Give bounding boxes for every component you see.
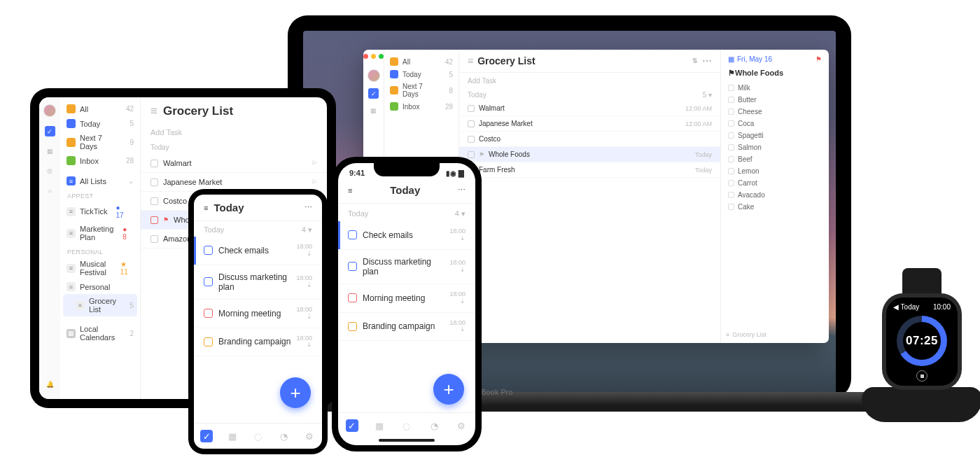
task-row[interactable]: Costco	[459, 132, 720, 147]
task-row[interactable]: Check emails 18:00⇣	[194, 237, 322, 265]
hamburger-icon[interactable]: ≡	[348, 186, 352, 195]
checkbox-icon[interactable]	[728, 192, 734, 198]
task-row[interactable]: Walmart ⚐	[141, 154, 327, 173]
task-row[interactable]: Discuss marketing plan 18:00⇣	[194, 265, 322, 300]
flag-icon[interactable]: ⚐	[312, 178, 317, 186]
checkbox-icon[interactable]	[728, 108, 734, 115]
checkbox-icon[interactable]	[204, 277, 213, 286]
tasks-tab-icon[interactable]: ✓	[200, 430, 213, 442]
task-row[interactable]: ⚑ Whole Foods Today	[459, 147, 720, 162]
checkbox-icon[interactable]	[728, 144, 734, 150]
location-tab-icon[interactable]: ◔	[277, 430, 290, 442]
home-indicator[interactable]	[379, 439, 435, 442]
habit-tab-icon[interactable]: ◔	[428, 419, 440, 432]
subtask-row[interactable]: Carrot	[728, 177, 822, 189]
flag-icon[interactable]: ⚑	[816, 55, 822, 63]
hamburger-icon[interactable]: ≡	[150, 104, 158, 118]
list-row[interactable]: ≡ Musical Festival ★ 11	[63, 257, 137, 279]
smart-list-row[interactable]: Next 7 Days 9	[63, 131, 137, 153]
checkbox-icon[interactable]	[468, 105, 475, 112]
more-icon[interactable]: ⋯	[304, 203, 312, 212]
subtask-row[interactable]: Cheese	[728, 106, 822, 118]
section-count[interactable]: 4 ▾	[455, 209, 465, 218]
subtask-row[interactable]: Coca	[728, 118, 822, 130]
stop-button[interactable]	[916, 370, 927, 382]
location-icon[interactable]: ◎	[45, 165, 55, 176]
task-row[interactable]: Walmart 12:00 AM	[459, 101, 720, 116]
check-icon[interactable]: ✓	[368, 88, 379, 99]
task-row[interactable]: Branding campaign 18:00⇣	[194, 328, 322, 357]
sort-icon[interactable]: ⇅	[692, 57, 698, 64]
section-count[interactable]: 4 ▾	[302, 225, 312, 234]
subtask-row[interactable]: Butter	[728, 94, 822, 106]
more-icon[interactable]: ⋯	[702, 55, 712, 66]
hamburger-icon[interactable]: ≡	[468, 55, 473, 66]
smart-list-row[interactable]: All 42	[387, 55, 456, 68]
avatar[interactable]	[368, 69, 380, 82]
tasks-tab-icon[interactable]: ✓	[346, 419, 358, 432]
add-task-fab[interactable]: +	[433, 374, 464, 405]
checkbox-icon[interactable]	[150, 197, 158, 205]
checkbox-icon[interactable]	[150, 160, 158, 167]
avatar[interactable]	[43, 104, 56, 117]
smart-list-row[interactable]: All 42	[63, 102, 137, 116]
subtask-row[interactable]: Beef	[728, 153, 822, 165]
calendar-icon[interactable]: ▦	[368, 105, 379, 115]
task-row[interactable]: Morning meeting 18:00⇣	[338, 284, 475, 313]
checkbox-icon[interactable]	[728, 180, 734, 186]
list-row[interactable]: ≡ Grocery List 5	[63, 294, 137, 316]
subtask-row[interactable]: Salmon	[728, 141, 822, 153]
subtask-row[interactable]: Cake	[728, 201, 822, 213]
checkbox-icon[interactable]	[348, 322, 357, 331]
checkbox-icon[interactable]	[348, 293, 357, 302]
flag-icon[interactable]: ⚐	[312, 160, 317, 167]
smart-list-row[interactable]: Inbox 28	[63, 153, 137, 168]
checkbox-icon[interactable]	[728, 156, 734, 162]
checkbox-icon[interactable]	[728, 120, 734, 127]
checkbox-icon[interactable]	[348, 262, 357, 271]
task-row[interactable]: Check emails 18:00⇣	[338, 221, 475, 250]
more-icon[interactable]: ⋯	[458, 186, 465, 195]
settings-tab-icon[interactable]: ⚙	[303, 430, 316, 442]
checkbox-icon[interactable]	[204, 337, 213, 346]
smart-list-row[interactable]: Next 7 Days 8	[387, 80, 456, 100]
calendar-tab-icon[interactable]: ▦	[373, 419, 386, 432]
checkbox-icon[interactable]	[204, 246, 213, 255]
subtask-row[interactable]: Spagetti	[728, 130, 822, 141]
task-row[interactable]: Discuss marketing plan 18:00⇣	[338, 250, 475, 284]
checkbox-icon[interactable]	[150, 216, 158, 224]
subtask-row[interactable]: Avacado	[728, 189, 822, 201]
local-calendars-row[interactable]: ▦ Local Calendars 2	[63, 322, 137, 344]
checkbox-icon[interactable]	[728, 97, 734, 103]
task-row[interactable]: Branding campaign 18:00⇣	[338, 313, 475, 342]
list-row[interactable]: ≡ Marketing Plan ● 8	[63, 222, 137, 244]
smart-list-row[interactable]: Today 5	[387, 68, 456, 80]
checkbox-icon[interactable]	[150, 235, 158, 243]
checkbox-icon[interactable]	[728, 204, 734, 210]
group-header[interactable]: Personal	[63, 244, 137, 257]
task-row[interactable]: Farm Fresh Today	[459, 162, 720, 178]
checkbox-icon[interactable]	[728, 132, 734, 139]
add-task-input[interactable]: Add Task	[459, 73, 720, 89]
add-task-fab[interactable]: +	[280, 377, 311, 408]
checkbox-icon[interactable]	[728, 168, 734, 174]
checkbox-icon[interactable]	[468, 136, 475, 143]
smart-list-row[interactable]: Today 5	[63, 116, 137, 131]
task-row[interactable]: Morning meeting 18:00⇣	[194, 300, 322, 328]
check-icon[interactable]: ✓	[45, 126, 55, 136]
task-row[interactable]: Japanese Market 12:00 AM	[459, 116, 720, 132]
search-icon[interactable]: ⌕	[45, 185, 55, 195]
checkbox-icon[interactable]	[204, 309, 213, 318]
calendar-icon[interactable]: ▦	[45, 146, 55, 156]
subtask-row[interactable]: Milk	[728, 82, 822, 94]
pomo-tab-icon[interactable]: ◌	[251, 430, 264, 442]
window-controls[interactable]	[363, 54, 384, 59]
settings-tab-icon[interactable]: ⚙	[455, 419, 468, 432]
group-header[interactable]: APPEST	[63, 188, 137, 201]
pomo-tab-icon[interactable]: ◌	[400, 419, 413, 432]
due-date[interactable]: Fri, May 16	[737, 55, 772, 63]
calendar-tab-icon[interactable]: ▦	[226, 430, 239, 442]
list-row[interactable]: ≡ TickTick ● 17	[63, 201, 137, 222]
list-row[interactable]: ≡ Personal	[63, 279, 137, 294]
back-label[interactable]: ◀ Today	[893, 303, 919, 311]
